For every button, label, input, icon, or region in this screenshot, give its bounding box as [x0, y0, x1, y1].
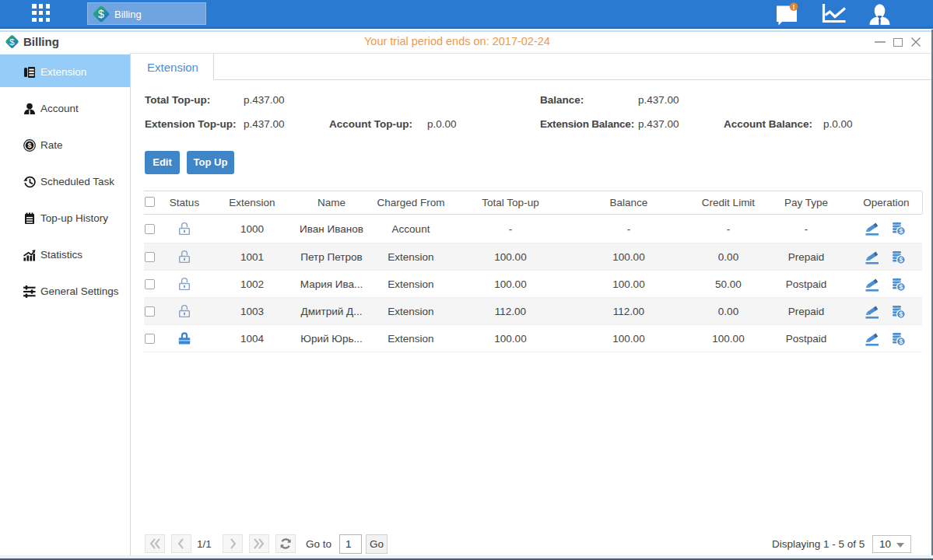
svg-text:$: $ [900, 338, 903, 345]
svg-text:$: $ [98, 8, 104, 20]
svg-text:$: $ [900, 283, 903, 291]
svg-text:$: $ [900, 227, 903, 235]
svg-text:$: $ [900, 310, 903, 318]
svg-text:$: $ [9, 37, 15, 47]
svg-text:$: $ [27, 142, 31, 149]
svg-text:!: ! [793, 3, 795, 11]
svg-text:$: $ [900, 256, 903, 264]
